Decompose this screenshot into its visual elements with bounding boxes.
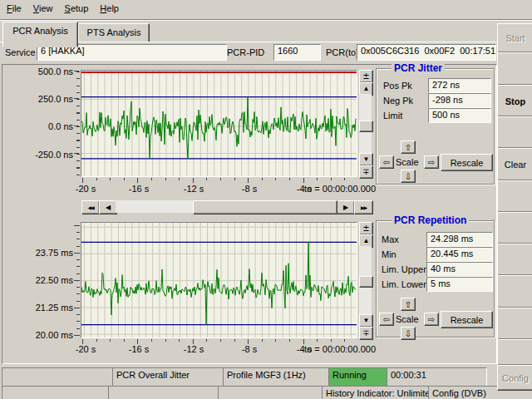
- stop-button[interactable]: Stop: [497, 85, 532, 117]
- up-open-arrow-icon: ⇧: [405, 143, 411, 152]
- jitter-scale-left-button[interactable]: ⇦: [379, 155, 394, 169]
- neg-pk-label: Neg Pk: [383, 96, 413, 106]
- lim-upper-label: Lim. Upper: [382, 264, 426, 274]
- rep-scroll-down-button[interactable]: ▼: [359, 314, 373, 328]
- rep-vscroll-thumb[interactable]: [359, 276, 373, 288]
- down-open-arrow-icon: ⇩: [405, 172, 411, 181]
- rep-xtick-2: -16 s: [122, 344, 155, 354]
- pcr-repetition-panel: PCR Repetition Max 24.298 ms Min 20.445 …: [376, 220, 495, 337]
- jitter-ytick-neg250: -250.0 ns: [20, 150, 73, 160]
- blank-button-2[interactable]: [497, 116, 532, 149]
- rep-rescale-button[interactable]: Rescale: [441, 311, 493, 328]
- start-button[interactable]: Start: [497, 23, 532, 53]
- hscroll-far-left-button[interactable]: ◀◀: [81, 200, 100, 214]
- rep-yticks-major: [74, 225, 79, 337]
- double-left-arrow-icon: ◀◀: [87, 204, 93, 211]
- lim-lower-label: Lim. Lower: [382, 279, 426, 289]
- menu-setup[interactable]: Setup: [65, 0, 89, 16]
- jitter-vscroll-thumb[interactable]: [359, 121, 373, 132]
- pos-pk-label: Pos Pk: [383, 81, 412, 91]
- jitter-ytick-500: 500.0 ns: [20, 66, 73, 76]
- rep-xtick-1: -20 s: [69, 344, 102, 354]
- clear-button[interactable]: Clear: [497, 148, 532, 181]
- jitter-yticks-major: [74, 71, 79, 176]
- rep-ytick-2250: 22.50 ms: [20, 275, 73, 285]
- application-window: File View Setup Help PCR Analysis PTS An…: [0, 0, 532, 399]
- hscroll-left-button[interactable]: ◀: [99, 200, 117, 214]
- jitter-rescale-button[interactable]: Rescale: [441, 154, 493, 171]
- right-open-arrow-icon: ⇨: [428, 315, 435, 324]
- rep-ytick-2125: 21.25 ms: [20, 303, 73, 313]
- plus-minus-icon: ±: [362, 225, 369, 232]
- hscroll-thumb[interactable]: [193, 200, 337, 214]
- rep-scale-up-button[interactable]: ⇧: [401, 298, 416, 311]
- pcr-to-label: PCR(to): [326, 47, 359, 57]
- rep-xtick-3: -12 s: [177, 344, 210, 354]
- left-open-arrow-icon: ⇦: [383, 315, 390, 324]
- rep-x-end-label: to = 00:00:00.000: [293, 344, 376, 354]
- jitter-scroll-down-button[interactable]: ▼: [359, 153, 373, 166]
- rep-scale-left-button[interactable]: ⇦: [379, 313, 394, 326]
- jitter-xtick-4: -8 s: [233, 184, 266, 194]
- tab-pcr-analysis[interactable]: PCR Analysis: [2, 22, 78, 47]
- hscroll-far-right-button[interactable]: ▶▶: [354, 200, 373, 214]
- rep-yscale-compress-button[interactable]: ∓: [359, 327, 373, 340]
- min-label: Min: [382, 249, 397, 259]
- pcr-pid-field: 1660: [273, 44, 321, 61]
- status2-blank-1: [2, 386, 111, 399]
- scroll-down-icon: ▼: [363, 318, 370, 324]
- blank-button-6[interactable]: [497, 275, 532, 308]
- menu-help[interactable]: Help: [100, 0, 119, 16]
- jitter-yscale-compress-button[interactable]: ∓: [359, 165, 373, 179]
- service-label: Service: [5, 47, 36, 57]
- minus-plus-icon: ∓: [362, 330, 369, 337]
- limit-label: Limit: [383, 111, 402, 121]
- repetition-chart-plot: [81, 222, 357, 338]
- minus-plus-icon: ∓: [362, 169, 369, 175]
- left-arrow-icon: ◀: [106, 204, 111, 211]
- scroll-up-icon: ▲: [363, 86, 370, 92]
- jitter-scale-down-button[interactable]: ⇩: [401, 170, 416, 183]
- pcr-repetition-panel-title: PCR Repetition: [392, 214, 469, 226]
- blank-button-5[interactable]: [497, 244, 532, 276]
- right-open-arrow-icon: ⇨: [428, 158, 435, 167]
- left-open-arrow-icon: ⇦: [383, 158, 390, 167]
- rep-scale-down-button[interactable]: ⇩: [401, 327, 416, 340]
- jitter-yscale-expand-button[interactable]: ±: [359, 70, 373, 83]
- rep-scale-right-button[interactable]: ⇨: [424, 313, 439, 326]
- jitter-chart-plot: [81, 70, 357, 177]
- double-right-arrow-icon: ▶▶: [361, 204, 367, 211]
- scroll-up-icon: ▲: [363, 238, 370, 244]
- blank-button-7[interactable]: [497, 308, 532, 340]
- status-state: Running: [328, 367, 389, 387]
- status-profile: Profile MGF3 (1Hz): [223, 367, 331, 387]
- right-arrow-icon: ▶: [343, 204, 348, 211]
- rep-xtick-4: -8 s: [233, 344, 266, 354]
- jitter-ytick-0: 0.0 ns: [20, 121, 73, 131]
- rep-yscale-expand-button[interactable]: ±: [359, 222, 373, 235]
- blank-button-1[interactable]: [497, 52, 532, 86]
- plus-minus-icon: ±: [362, 73, 369, 80]
- hscroll-right-button[interactable]: ▶: [337, 200, 355, 214]
- lim-upper-field: 40 ms: [426, 262, 493, 277]
- blank-button-3[interactable]: [497, 180, 532, 213]
- limit-field: 500 ns: [428, 108, 491, 123]
- config-button[interactable]: Config: [497, 365, 532, 391]
- jitter-xtick-3: -12 s: [177, 184, 210, 194]
- jitter-scale-label: Scale: [396, 157, 419, 167]
- status-blank-1: [2, 367, 115, 387]
- menu-view[interactable]: View: [33, 0, 53, 16]
- status-elapsed-time: 00:00:31: [387, 367, 487, 387]
- blank-button-8[interactable]: [497, 339, 532, 366]
- max-field: 24.298 ms: [426, 232, 493, 247]
- blank-button-4[interactable]: [497, 212, 532, 244]
- pcr-jitter-panel: PCR Jitter Pos Pk 272 ns Neg Pk -298 ns …: [376, 68, 495, 185]
- down-open-arrow-icon: ⇩: [405, 329, 411, 338]
- rep-scale-label: Scale: [396, 314, 419, 324]
- menu-file[interactable]: File: [7, 0, 22, 16]
- jitter-xticks-major: [82, 178, 357, 183]
- pcr-to-field: 0x005C6C316 0x00F2 00:17:51: [357, 44, 496, 61]
- jitter-scale-up-button[interactable]: ⇧: [401, 140, 416, 154]
- max-label: Max: [382, 234, 399, 244]
- jitter-scale-right-button[interactable]: ⇨: [424, 155, 439, 169]
